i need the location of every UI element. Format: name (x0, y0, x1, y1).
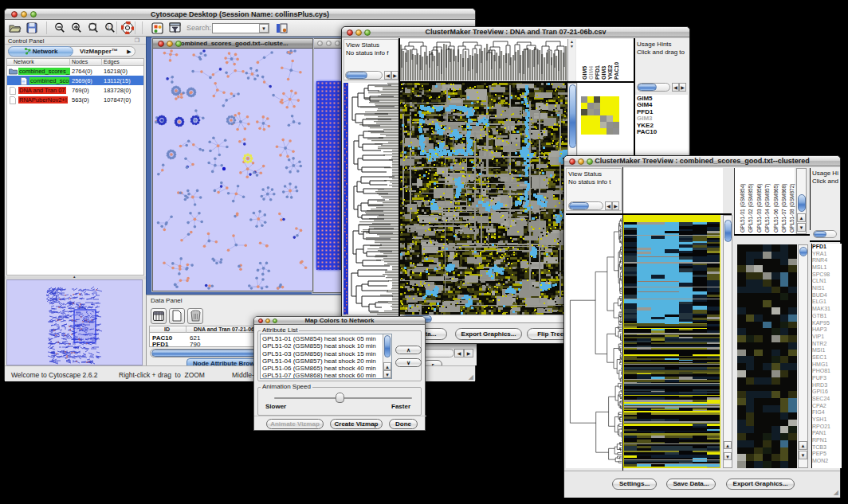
svg-text:GPL51-03 (GSM856): GPL51-03 (GSM856) (756, 184, 763, 232)
svg-text:PFD1: PFD1 (595, 65, 600, 80)
svg-text:GPL51-04 (GSM857): GPL51-04 (GSM857) (764, 184, 771, 232)
svg-text:YKE2: YKE2 (607, 65, 613, 80)
svg-text:GPL51-06 (GSM865): GPL51-06 (GSM865) (773, 184, 779, 232)
svg-text:GPL51-01 (GSM854): GPL51-01 (GSM854) (740, 184, 746, 232)
svg-text:1:1: 1:1 (107, 25, 112, 29)
svg-text:GIM5: GIM5 (582, 66, 587, 80)
svg-text:GIM4: GIM4 (588, 66, 594, 80)
svg-text:GPL51-07 (GSM868): GPL51-07 (GSM868) (781, 184, 787, 232)
svg-text:GIM3: GIM3 (601, 66, 607, 80)
svg-text:PAC10: PAC10 (614, 62, 619, 80)
svg-text:GPL51-02 (GSM855): GPL51-02 (GSM855) (748, 184, 754, 232)
svg-text:GPL51-08 (GSM872): GPL51-08 (GSM872) (789, 184, 795, 232)
